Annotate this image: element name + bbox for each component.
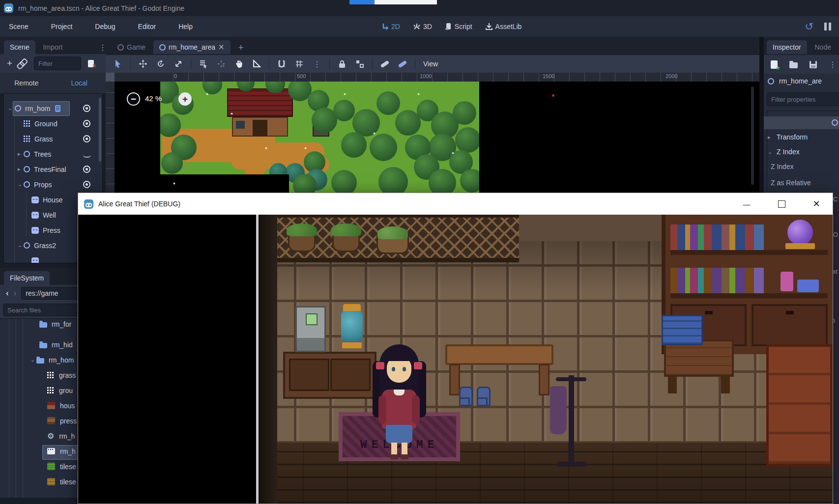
select-tool-icon[interactable] <box>113 58 123 69</box>
visibility-eye-icon[interactable] <box>83 180 91 189</box>
selectable-list-icon[interactable] <box>198 58 209 69</box>
game-viewport[interactable]: WELCOME <box>78 215 833 504</box>
tab-scene[interactable]: Scene <box>4 40 35 54</box>
collapse-arrow-icon[interactable]: ⌄ <box>30 357 36 363</box>
add-node-button[interactable]: + <box>7 59 12 68</box>
collapse-arrow-icon[interactable]: ⌄ <box>18 242 24 249</box>
edited-node-name: rm_home_are <box>779 77 822 85</box>
hanging-shelf <box>277 215 519 262</box>
press-thumbnail <box>47 417 55 424</box>
lock-icon[interactable] <box>339 63 345 68</box>
pause-icon[interactable] <box>824 23 831 30</box>
grid-snap-icon[interactable] <box>294 58 305 69</box>
workspace-3d[interactable]: 3D <box>413 23 432 30</box>
scene-file-icon <box>47 448 55 454</box>
view-menu[interactable]: View <box>423 60 438 68</box>
node2d-icon <box>24 151 30 157</box>
add-tab-icon[interactable]: + <box>238 42 243 53</box>
close-tab-icon[interactable]: ✕ <box>218 43 225 52</box>
menu-scene[interactable]: Scene <box>8 23 29 30</box>
tree-row-ground[interactable]: Ground <box>4 116 102 131</box>
tree-row-props[interactable]: ⌄ Props <box>4 177 102 192</box>
zoom-in-button[interactable]: + <box>178 92 192 106</box>
device-sprite <box>295 306 326 352</box>
ungroup-icon[interactable] <box>354 58 365 69</box>
boot <box>477 387 491 406</box>
tab-node[interactable]: Node <box>809 40 837 54</box>
nav-forward-icon[interactable]: › <box>14 288 17 298</box>
maximize-button[interactable] <box>770 193 793 215</box>
2d-icon <box>381 23 389 30</box>
snap-options-icon[interactable]: ⋮ <box>312 58 322 69</box>
tree-row-rm-home[interactable]: ⌄ rm_hom <box>4 101 102 116</box>
skeleton-options-icon[interactable] <box>398 60 407 68</box>
smart-snap-icon[interactable] <box>216 58 227 69</box>
tree-row-trees[interactable]: ▸ Trees <box>4 146 102 162</box>
tree-row-treesfinal[interactable]: ▸ TreesFinal <box>4 162 102 177</box>
menu-help[interactable]: Help <box>177 23 194 30</box>
scale-tool-icon[interactable] <box>173 58 184 69</box>
node2d-icon <box>832 119 838 126</box>
nav-back-icon[interactable]: ‹ <box>6 288 9 298</box>
zoom-level[interactable]: 42 % <box>145 94 162 103</box>
node2d-icon <box>24 181 30 188</box>
load-resource-icon[interactable] <box>789 62 798 68</box>
node2d-category-bar[interactable] <box>764 116 839 129</box>
tab-filesystem[interactable]: FileSystem <box>4 271 50 285</box>
rotate-tool-icon[interactable] <box>155 58 166 69</box>
section-z-index[interactable]: ⌄ Z Index <box>768 148 800 156</box>
visibility-hidden-icon[interactable] <box>83 152 91 158</box>
house-sprite <box>227 88 293 137</box>
drawer <box>752 304 828 346</box>
save-resource-icon[interactable] <box>810 61 817 68</box>
close-button[interactable]: ✕ <box>805 193 828 215</box>
tab-import[interactable]: Import <box>37 40 69 54</box>
collapse-arrow-icon[interactable]: ⌄ <box>18 181 24 188</box>
zoom-out-button[interactable]: − <box>127 92 140 106</box>
move-tool-icon[interactable] <box>138 58 148 69</box>
sprite2d-icon <box>31 227 39 234</box>
tab-inspector[interactable]: Inspector <box>767 40 807 54</box>
minimize-button[interactable]: — <box>735 193 758 215</box>
local-button[interactable]: Local <box>53 73 106 93</box>
workspace-assetlib[interactable]: AssetLib <box>485 23 522 30</box>
bone-icon[interactable] <box>380 60 390 68</box>
snap-toggle-icon[interactable] <box>276 58 287 69</box>
tab-game[interactable]: Game <box>112 40 151 54</box>
new-resource-icon[interactable] <box>771 60 778 69</box>
section-transform[interactable]: ▸ Transform <box>768 133 808 141</box>
visibility-eye-icon[interactable] <box>83 165 91 173</box>
remote-local-switch: Remote Local <box>0 73 106 93</box>
reload-icon[interactable]: ↺ <box>805 22 813 31</box>
remote-button[interactable]: Remote <box>0 73 53 93</box>
inspector-menu-icon[interactable]: ⋮ <box>829 60 837 69</box>
filter-properties-input[interactable] <box>767 92 839 106</box>
expand-arrow-icon[interactable]: ▸ <box>18 151 24 157</box>
tab-rm-home-area[interactable]: rm_home_area ✕ <box>153 40 231 54</box>
menu-project[interactable]: Project <box>50 23 74 30</box>
visibility-eye-icon[interactable] <box>83 119 91 128</box>
pan-tool-icon[interactable] <box>233 58 244 69</box>
workspace-script[interactable]: Script <box>445 23 472 30</box>
godot-app-icon <box>4 3 13 13</box>
scene-filter-input[interactable] <box>34 56 81 70</box>
script-attached-icon[interactable] <box>55 105 60 112</box>
visibility-eye-icon[interactable] <box>83 135 91 143</box>
visibility-eye-icon[interactable] <box>83 104 91 112</box>
menu-debug[interactable]: Debug <box>94 23 116 30</box>
game-window-titlebar[interactable]: Alice Great Thief (DEBUG) — ✕ <box>78 193 833 215</box>
canvas-scrollbar[interactable] <box>751 86 754 185</box>
menu-editor[interactable]: Editor <box>137 23 157 30</box>
blue-books <box>662 315 703 345</box>
gear-file-icon: ⚙ <box>47 433 54 440</box>
tileset-wood-thumbnail <box>47 478 55 485</box>
instance-scene-icon[interactable] <box>18 58 29 69</box>
godot-app-icon <box>84 199 93 209</box>
collapse-arrow-icon[interactable]: ⌄ <box>8 105 14 112</box>
workspace-2d[interactable]: 2D <box>381 23 400 30</box>
detach-script-icon[interactable] <box>88 60 94 67</box>
ruler-tool-icon[interactable] <box>251 58 262 69</box>
expand-arrow-icon[interactable]: ▸ <box>18 166 24 172</box>
tree-row-grass[interactable]: Grass <box>4 131 102 146</box>
player-character <box>372 344 427 460</box>
